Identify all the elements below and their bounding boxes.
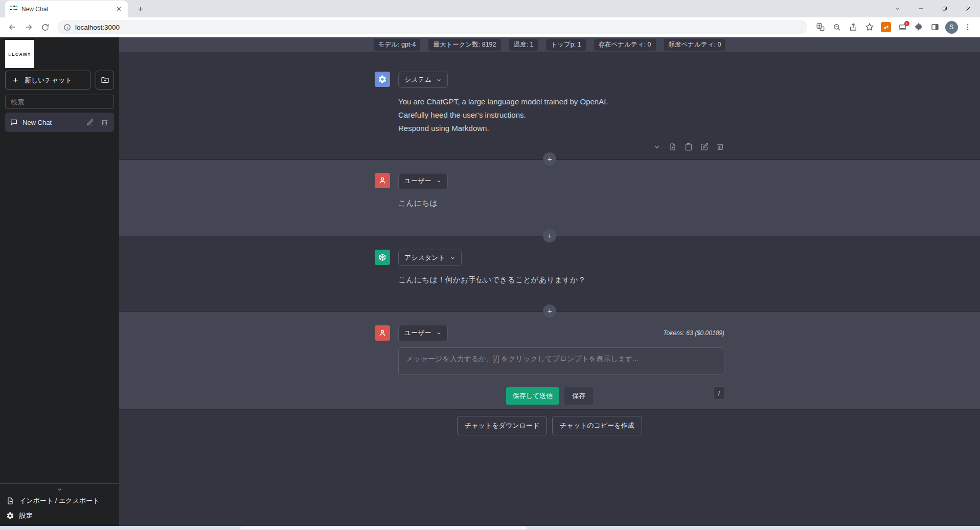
url-text[interactable]: localhost:3000 <box>75 24 120 31</box>
minimize-button[interactable] <box>909 0 933 17</box>
chat-footer-section: チャットをダウンロード チャットのコピーを作成 <box>119 410 980 526</box>
duplicate-chat-button[interactable]: チャットのコピーを作成 <box>552 416 642 435</box>
tab-title: New Chat <box>21 6 111 13</box>
presence-penalty-chip: 存在ペナルティ: 0 <box>594 39 656 51</box>
collapse-message-icon[interactable] <box>653 143 661 151</box>
delete-chat-icon[interactable] <box>100 118 109 127</box>
user-message-text: こんにちは <box>398 196 724 210</box>
system-avatar <box>375 72 390 87</box>
tab-close-icon[interactable]: ✕ <box>115 4 123 14</box>
user-avatar <box>375 173 390 188</box>
system-message-text: You are ChatGPT, a large language model … <box>398 95 724 135</box>
chat-list-item[interactable]: New Chat <box>5 113 114 132</box>
assistant-message-text: こんにちは！何かお手伝いできることがありますか？ <box>398 273 724 286</box>
editor-user-avatar <box>375 325 390 341</box>
system-message-section: システム You are ChatGPT, a large language m… <box>119 52 980 160</box>
max-tokens-chip: 最大トークン数: 8192 <box>428 39 500 51</box>
app-logo: ELCAMY <box>5 40 34 68</box>
address-bar[interactable]: localhost:3000 <box>57 20 807 34</box>
chat-main: モデル: gpt-4 最大トークン数: 8192 温度: 1 トップp: 1 存… <box>119 37 980 526</box>
chevron-down-icon <box>436 179 442 184</box>
favicon <box>10 6 17 13</box>
slash-shortcut-key[interactable]: / <box>714 386 724 400</box>
import-export-label: インポート / エクスポート <box>19 496 100 505</box>
new-chat-label: 新しいチャット <box>25 76 72 85</box>
new-chat-button[interactable]: 新しいチャット <box>5 71 90 90</box>
settings-label: 設定 <box>19 511 33 520</box>
role-selector-user[interactable]: ユーザー <box>398 173 448 189</box>
temperature-chip: 温度: 1 <box>509 39 538 51</box>
extension-badge: ! <box>904 21 909 26</box>
plus-icon <box>12 76 19 84</box>
bookmark-star-icon[interactable] <box>862 20 877 34</box>
model-settings-bar: モデル: gpt-4 最大トークン数: 8192 温度: 1 トップp: 1 存… <box>119 37 980 52</box>
browser-toolbar: localhost:3000 ! S <box>0 17 980 37</box>
copy-message-icon[interactable] <box>685 143 693 151</box>
chat-item-title: New Chat <box>22 119 81 126</box>
top-p-chip: トップp: 1 <box>546 39 585 51</box>
zoom-icon[interactable] <box>830 20 844 34</box>
edit-message-icon[interactable] <box>700 143 709 151</box>
close-window-button[interactable] <box>956 0 980 17</box>
chevron-down-icon <box>436 77 442 83</box>
tab-search-chevron-icon[interactable] <box>886 0 909 17</box>
reload-icon[interactable] <box>37 19 53 35</box>
horizontal-scrollbar[interactable] <box>0 526 980 530</box>
assistant-avatar <box>375 250 390 265</box>
gear-icon <box>6 512 14 520</box>
extension-notification-icon[interactable]: ! <box>895 20 909 34</box>
browser-tab[interactable]: New Chat ✕ <box>5 1 128 17</box>
user-message-section: ユーザー こんにちは <box>119 160 980 236</box>
forward-icon[interactable] <box>21 19 36 35</box>
message-actions <box>653 143 724 151</box>
browser-menu-icon[interactable] <box>961 20 975 34</box>
insert-message-button[interactable] <box>543 229 556 242</box>
message-input[interactable] <box>398 347 724 375</box>
restore-button[interactable] <box>933 0 956 17</box>
new-folder-button[interactable] <box>96 71 114 90</box>
role-selector-editor[interactable]: ユーザー <box>398 325 448 341</box>
rename-chat-icon[interactable] <box>85 118 95 127</box>
extension-orange-icon[interactable] <box>879 20 893 34</box>
search-input[interactable] <box>11 98 108 106</box>
back-icon[interactable] <box>5 19 20 35</box>
message-editor-section: ユーザー Tokens: 63 ($0.00189) 保存して送信 保存 / <box>119 312 980 410</box>
import-export-button[interactable]: インポート / エクスポート <box>6 493 113 508</box>
chat-bubble-icon <box>10 118 18 126</box>
insert-message-button[interactable] <box>543 304 556 318</box>
chat-search[interactable] <box>5 95 114 109</box>
collapse-chevron-icon[interactable] <box>6 485 113 493</box>
delete-message-icon[interactable] <box>716 143 724 151</box>
download-chat-button[interactable]: チャットをダウンロード <box>457 416 547 435</box>
new-tab-button[interactable]: + <box>135 4 146 14</box>
share-icon[interactable] <box>846 20 860 34</box>
scrollbar-thumb[interactable] <box>240 526 527 529</box>
settings-button[interactable]: 設定 <box>6 508 113 523</box>
file-export-icon <box>6 497 14 505</box>
chevron-down-icon <box>450 255 455 261</box>
side-panel-icon[interactable] <box>928 20 942 34</box>
folder-plus-icon <box>101 76 109 84</box>
save-button[interactable]: 保存 <box>564 387 593 405</box>
profile-avatar[interactable]: S <box>944 20 959 34</box>
site-info-icon[interactable] <box>63 24 71 31</box>
insert-message-button[interactable] <box>543 152 556 166</box>
chevron-down-icon <box>436 330 442 336</box>
frequency-penalty-chip: 頻度ペナルティ: 0 <box>664 39 726 51</box>
model-chip: モデル: gpt-4 <box>374 39 421 51</box>
extensions-puzzle-icon[interactable] <box>911 20 926 34</box>
browser-tab-strip: New Chat ✕ + <box>0 0 980 17</box>
assistant-message-section: アシスタント こんにちは！何かお手伝いできることがありますか？ <box>119 236 980 312</box>
role-selector-system[interactable]: システム <box>398 72 448 88</box>
save-message-icon[interactable] <box>669 143 677 151</box>
sidebar-footer: インポート / エクスポート 設定 <box>0 483 119 523</box>
save-and-send-button[interactable]: 保存して送信 <box>506 387 560 405</box>
translate-icon[interactable] <box>813 20 828 34</box>
role-selector-assistant[interactable]: アシスタント <box>398 250 462 266</box>
sidebar: ELCAMY 新しいチャット New Chat <box>0 37 119 526</box>
token-count: Tokens: 63 ($0.00189) <box>663 329 724 337</box>
